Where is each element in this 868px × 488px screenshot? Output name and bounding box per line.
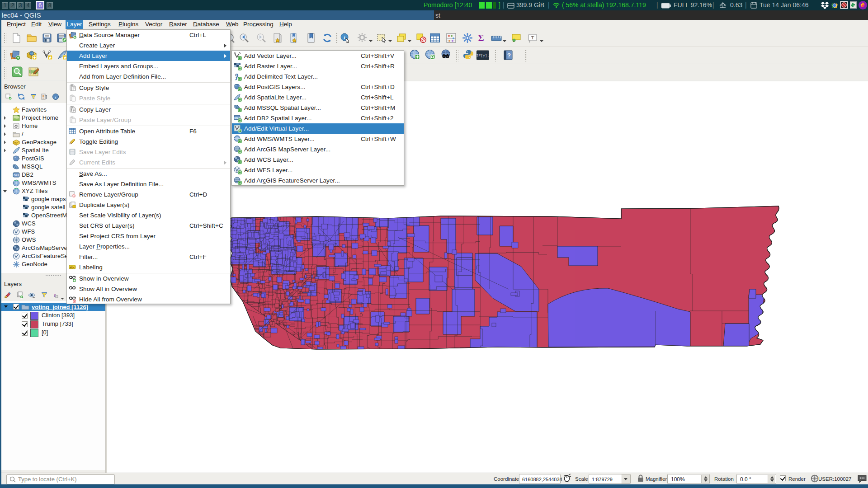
svg-text:?: ? (507, 52, 511, 59)
svg-text:IP[y]:: IP[y]: (476, 53, 489, 57)
svg-text:Σ: Σ (478, 33, 484, 43)
svg-text:DB2: DB2 (14, 174, 19, 177)
svg-text:T: T (531, 35, 534, 40)
svg-text:abc: abc (70, 266, 75, 269)
